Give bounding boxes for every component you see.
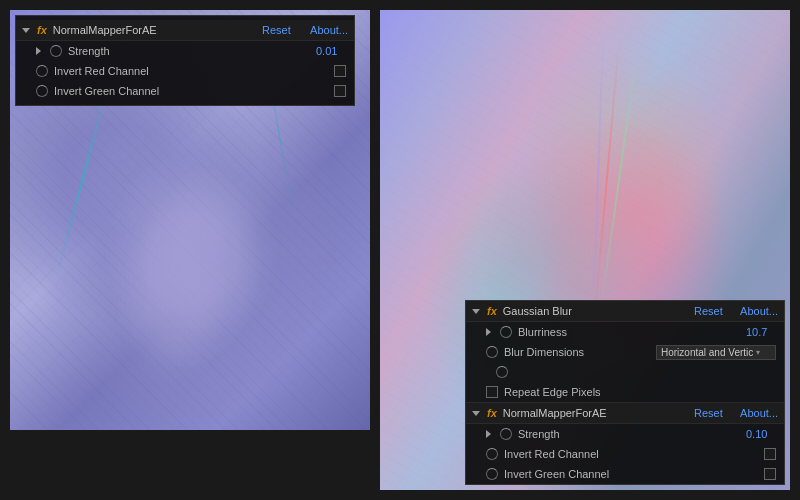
invert-green-label-left: Invert Green Channel	[54, 85, 328, 97]
collapse-triangle-gaussian[interactable]	[472, 309, 480, 314]
normal-mapper-right-header: fx NormalMapperForAE Reset About...	[466, 403, 784, 424]
invert-red-checkbox-left[interactable]	[334, 65, 346, 77]
strength-label-left: Strength	[68, 45, 310, 57]
invert-red-reset-icon-left[interactable]	[36, 65, 48, 77]
repeat-edge-checkbox[interactable]	[486, 386, 498, 398]
right-invert-green-row: Invert Green Channel	[466, 464, 784, 484]
main-container: fx NormalMapperForAE Reset About... Stre…	[0, 0, 800, 500]
right-strength-row: Strength 0.10	[466, 424, 784, 444]
strength-value-right[interactable]: 0.10	[746, 428, 776, 440]
gaussian-section-header: fx Gaussian Blur Reset About...	[466, 301, 784, 322]
fx-badge-normalmap-right: fx	[487, 407, 497, 419]
divider-left	[299, 23, 302, 37]
invert-green-checkbox-right[interactable]	[764, 468, 776, 480]
normalmap-right-title: NormalMapperForAE	[503, 407, 690, 419]
blurriness-value[interactable]: 10.7	[746, 326, 776, 338]
invert-red-label-right: Invert Red Channel	[504, 448, 758, 460]
blur-dimensions-row: Blur Dimensions Horizontal and Vertic ▾	[466, 342, 784, 362]
invert-green-reset-icon-right[interactable]	[486, 468, 498, 480]
blurriness-row: Blurriness 10.7	[466, 322, 784, 342]
blur-dim-label: Blur Dimensions	[504, 346, 650, 358]
invert-red-reset-icon-right[interactable]	[486, 448, 498, 460]
blurriness-expand[interactable]	[486, 328, 491, 336]
normalmap-right-reset[interactable]: Reset	[694, 407, 723, 419]
left-invert-green-row: Invert Green Channel	[16, 81, 354, 101]
blur-dim-reset-icon[interactable]	[486, 346, 498, 358]
right-panel: fx Gaussian Blur Reset About... Blurrine…	[380, 10, 790, 490]
invert-green-checkbox-left[interactable]	[334, 85, 346, 97]
gaussian-section-title: Gaussian Blur	[503, 305, 690, 317]
right-invert-red-row: Invert Red Channel	[466, 444, 784, 464]
left-strength-row: Strength 0.01	[16, 41, 354, 61]
collapse-triangle-normalmap-right[interactable]	[472, 411, 480, 416]
invert-green-reset-icon-left[interactable]	[36, 85, 48, 97]
strength-value-left[interactable]: 0.01	[316, 45, 346, 57]
left-section-header: fx NormalMapperForAE Reset About...	[16, 20, 354, 41]
strength-reset-icon-right[interactable]	[500, 428, 512, 440]
repeat-edge-label: Repeat Edge Pixels	[504, 386, 776, 398]
gaussian-reset-link[interactable]: Reset	[694, 305, 723, 317]
left-reset-link[interactable]: Reset	[262, 24, 291, 36]
strength-label-right: Strength	[518, 428, 740, 440]
strength-expand-left[interactable]	[36, 47, 41, 55]
fx-badge-left: fx	[37, 24, 47, 36]
repeat-edge-row: Repeat Edge Pixels	[466, 382, 784, 402]
blur-extra-reset-icon[interactable]	[496, 366, 508, 378]
fx-badge-gaussian: fx	[487, 305, 497, 317]
divider-gaussian	[730, 304, 733, 318]
blur-dim-dropdown[interactable]: Horizontal and Vertic ▾	[656, 345, 776, 360]
gaussian-about-link[interactable]: About...	[740, 305, 778, 317]
blur-dim-arrow: ▾	[756, 348, 760, 357]
divider-normalmap-right	[730, 406, 733, 420]
strength-reset-icon-left[interactable]	[50, 45, 62, 57]
left-panel: fx NormalMapperForAE Reset About... Stre…	[10, 10, 370, 430]
blur-dim-value: Horizontal and Vertic	[661, 347, 753, 358]
right-controls-panel: fx Gaussian Blur Reset About... Blurrine…	[465, 300, 785, 485]
invert-red-checkbox-right[interactable]	[764, 448, 776, 460]
invert-red-label-left: Invert Red Channel	[54, 65, 328, 77]
left-invert-red-row: Invert Red Channel	[16, 61, 354, 81]
left-controls-panel: fx NormalMapperForAE Reset About... Stre…	[15, 15, 355, 106]
invert-green-label-right: Invert Green Channel	[504, 468, 758, 480]
blur-extra-icon-row	[466, 362, 784, 382]
left-about-link[interactable]: About...	[310, 24, 348, 36]
normalmap-right-about[interactable]: About...	[740, 407, 778, 419]
left-section-title: NormalMapperForAE	[53, 24, 258, 36]
blurriness-reset-icon[interactable]	[500, 326, 512, 338]
blurriness-label: Blurriness	[518, 326, 740, 338]
collapse-triangle-left[interactable]	[22, 28, 30, 33]
strength-expand-right[interactable]	[486, 430, 491, 438]
